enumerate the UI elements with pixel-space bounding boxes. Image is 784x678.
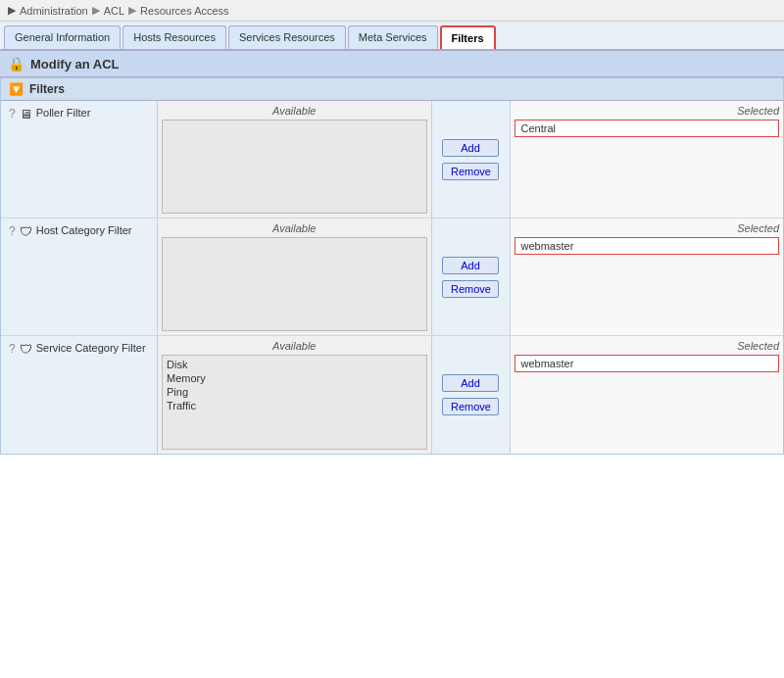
section-header: 🔽 Filters [1,78,783,101]
available-list-poller[interactable] [162,120,427,214]
filter-label-poller: Poller Filter [36,107,91,119]
control-cell-service_category: Add Remove [432,336,511,454]
breadcrumb-current: Resources Access [140,5,228,17]
filter-label-cell-poller: ? 🖥 Poller Filter [1,101,158,218]
add-button-poller[interactable]: Add [442,139,499,157]
selected-item-host_category[interactable]: webmaster [514,237,780,255]
remove-button-poller[interactable]: Remove [442,163,499,180]
filter-label-cell-host_category: ? 🛡 Host Category Filter [1,218,158,335]
control-cell-host_category: Add Remove [432,218,511,335]
breadcrumb: ▶ Administration ▶ ACL ▶ Resources Acces… [0,0,784,22]
breadcrumb-sep2: ▶ [128,4,136,17]
breadcrumb-acl[interactable]: ACL [104,5,124,17]
available-item-service_category[interactable]: Memory [165,371,424,385]
section-filter-icon: 🔽 [9,82,24,96]
help-icon-host_category[interactable]: ? [9,224,16,238]
selected-header-service_category: Selected [514,340,780,352]
available-list-host_category[interactable] [162,237,427,331]
available-cell-service_category: Available DiskMemoryPingTraffic [158,336,432,454]
selected-cell-poller: Selected Central [511,101,784,218]
filter-label-service_category: Service Category Filter [36,342,146,354]
available-cell-host_category: Available [158,218,432,335]
add-button-host_category[interactable]: Add [442,257,499,274]
selected-cell-service_category: Selected webmaster [511,336,784,454]
remove-button-host_category[interactable]: Remove [442,280,499,298]
filter-row-service_category: ? 🛡 Service Category Filter Available Di… [1,336,783,454]
breadcrumb-admin[interactable]: Administration [20,5,88,17]
tab-general[interactable]: General Information [4,25,121,49]
available-list-service_category[interactable]: DiskMemoryPingTraffic [162,355,427,450]
breadcrumb-arrow-icon: ▶ [8,4,16,17]
page-header: 🔒 Modify an ACL [0,51,784,77]
filter-row-poller: ? 🖥 Poller Filter Available Add Remove S… [1,101,783,218]
content-area: 🔽 Filters ? 🖥 Poller Filter Available Ad… [0,77,784,455]
tab-filters[interactable]: Filters [440,25,496,49]
breadcrumb-sep1: ▶ [92,4,100,17]
filter-icon-host_category: 🛡 [20,224,32,239]
available-item-service_category[interactable]: Ping [165,385,424,399]
available-item-service_category[interactable]: Traffic [165,399,424,412]
section-title: Filters [29,82,65,96]
filters-container: ? 🖥 Poller Filter Available Add Remove S… [1,101,783,454]
selected-header-poller: Selected [514,105,780,117]
tab-meta[interactable]: Meta Services [348,25,438,49]
available-cell-poller: Available [158,101,432,218]
available-header-host_category: Available [162,222,427,234]
filter-icon-service_category: 🛡 [20,342,32,357]
filter-icon-poller: 🖥 [20,107,32,121]
page-header-icon: 🔒 [8,56,24,72]
help-icon-poller[interactable]: ? [9,107,16,121]
selected-cell-host_category: Selected webmaster [511,218,784,335]
add-button-service_category[interactable]: Add [442,374,499,392]
available-header-service_category: Available [162,340,427,352]
tab-hosts[interactable]: Hosts Resources [122,25,226,49]
filter-label-cell-service_category: ? 🛡 Service Category Filter [1,336,158,454]
available-item-service_category[interactable]: Disk [165,358,424,371]
filter-label-host_category: Host Category Filter [36,224,132,236]
control-cell-poller: Add Remove [432,101,511,218]
tab-bar: General Information Hosts Resources Serv… [0,22,784,51]
selected-item-poller[interactable]: Central [514,120,780,137]
remove-button-service_category[interactable]: Remove [442,398,499,415]
available-header-poller: Available [162,105,427,117]
help-icon-service_category[interactable]: ? [9,342,16,356]
selected-item-service_category[interactable]: webmaster [514,355,780,372]
selected-header-host_category: Selected [514,222,780,234]
tab-services[interactable]: Services Resources [228,25,346,49]
filter-row-host_category: ? 🛡 Host Category Filter Available Add R… [1,218,783,336]
page-title: Modify an ACL [30,57,120,72]
